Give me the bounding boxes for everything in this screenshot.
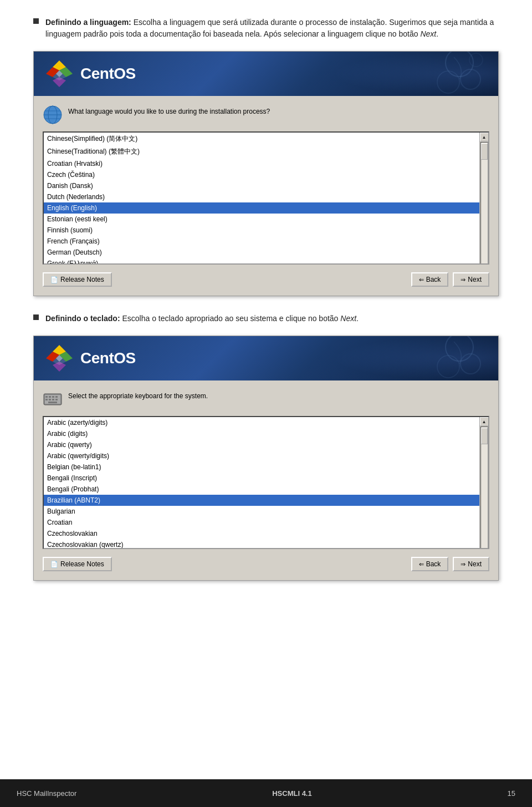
list-item[interactable]: Greek (Ελληνικά) bbox=[44, 258, 479, 265]
keyboard-list-scroll-area: Arabic (azerty/digits) Arabic (digits) A… bbox=[44, 417, 479, 549]
svg-rect-28 bbox=[52, 396, 54, 398]
back-icon-1: ⇐ bbox=[419, 276, 424, 283]
language-scrollbar[interactable]: ▲ ▼ bbox=[479, 133, 488, 265]
list-item[interactable]: Estonian (eesti keel) bbox=[44, 214, 479, 225]
banner-swirls-1 bbox=[376, 52, 487, 96]
language-list[interactable]: Chinese(Simplified) (简体中文) Chinese(Tradi… bbox=[44, 133, 479, 265]
language-bullet-label: Definindo a linguagem: bbox=[45, 18, 131, 27]
centos-wordmark-2: CentOS bbox=[80, 349, 136, 367]
scroll-track[interactable] bbox=[480, 142, 488, 265]
language-installer-footer: 📄 Release Notes ⇐ Back ⇒ Next bbox=[43, 272, 489, 287]
list-item[interactable]: Danish (Dansk) bbox=[44, 180, 479, 191]
next-icon-2: ⇒ bbox=[461, 561, 466, 568]
release-notes-icon-2: 📄 bbox=[50, 561, 58, 568]
page-footer: HSC MailInspector HSCMLI 4.1 15 bbox=[0, 779, 532, 807]
bullet-marker bbox=[33, 18, 39, 24]
nav-buttons-2: ⇐ Back ⇒ Next bbox=[411, 557, 489, 571]
svg-point-22 bbox=[461, 354, 480, 374]
list-item[interactable]: German (Deutsch) bbox=[44, 247, 479, 258]
centos-logo-1: CentOS bbox=[45, 59, 136, 88]
list-item[interactable]: Croatian (Hrvatski) bbox=[44, 158, 479, 169]
keyboard-bullet-text: Definindo o teclado: Escolha o teclado a… bbox=[45, 313, 359, 324]
scroll-track-2[interactable] bbox=[480, 427, 488, 549]
list-item[interactable]: Chinese(Simplified) (简体中文) bbox=[44, 133, 479, 145]
release-notes-button-2[interactable]: 📄 Release Notes bbox=[43, 557, 112, 571]
language-bullet-text: Definindo a linguagem: Escolha a linguag… bbox=[45, 17, 499, 40]
language-installer-window: CentOS bbox=[33, 51, 499, 296]
centos-banner-2: CentOS bbox=[34, 336, 498, 380]
back-icon-2: ⇐ bbox=[419, 561, 424, 568]
svg-rect-26 bbox=[45, 396, 48, 398]
svg-rect-33 bbox=[55, 399, 58, 400]
language-list-scroll-area: Chinese(Simplified) (简体中文) Chinese(Tradi… bbox=[44, 133, 479, 265]
language-prompt: What language would you like to use duri… bbox=[43, 105, 489, 125]
keyboard-question-text: Select the appropriate keyboard for the … bbox=[68, 389, 208, 401]
back-button-2[interactable]: ⇐ Back bbox=[411, 557, 449, 571]
svg-point-23 bbox=[437, 356, 459, 378]
list-item[interactable]: Czech (Čeština) bbox=[44, 169, 479, 180]
list-item[interactable]: Bulgarian bbox=[44, 506, 479, 517]
svg-rect-32 bbox=[52, 399, 54, 400]
language-question-text: What language would you like to use duri… bbox=[68, 105, 270, 116]
next-button-2[interactable]: ⇒ Next bbox=[453, 557, 489, 571]
scroll-up-button-2[interactable]: ▲ bbox=[480, 417, 489, 426]
next-button-1[interactable]: ⇒ Next bbox=[453, 272, 489, 287]
keyboard-list[interactable]: Arabic (azerty/digits) Arabic (digits) A… bbox=[44, 417, 479, 549]
language-installer-body: What language would you like to use duri… bbox=[34, 96, 498, 296]
keyboard-scrollbar[interactable]: ▲ ▼ bbox=[479, 417, 488, 549]
keyboard-icon bbox=[43, 389, 63, 409]
list-item[interactable]: Dutch (Nederlands) bbox=[44, 191, 479, 202]
list-item[interactable]: Bengali (Inscript) bbox=[44, 473, 479, 484]
list-item[interactable]: Belgian (be-latin1) bbox=[44, 461, 479, 473]
nav-buttons-1: ⇐ Back ⇒ Next bbox=[411, 272, 489, 287]
release-notes-button-1[interactable]: 📄 Release Notes bbox=[43, 272, 112, 287]
keyboard-bullet-label: Definindo o teclado: bbox=[45, 314, 120, 323]
list-item-selected[interactable]: Brazilian (ABNT2) bbox=[44, 495, 479, 506]
list-item[interactable]: Czechoslovakian bbox=[44, 528, 479, 539]
bullet-marker-2 bbox=[33, 314, 39, 320]
list-item[interactable]: Arabic (azerty/digits) bbox=[44, 417, 479, 428]
svg-point-9 bbox=[469, 53, 483, 67]
svg-point-7 bbox=[461, 69, 480, 89]
list-item[interactable]: Arabic (digits) bbox=[44, 428, 479, 439]
keyboard-installer-footer: 📄 Release Notes ⇐ Back ⇒ Next bbox=[43, 557, 489, 571]
keyboard-next-ref: Next bbox=[340, 314, 356, 323]
footer-version: HSCMLI 4.1 bbox=[272, 789, 312, 798]
list-item[interactable]: Croatian bbox=[44, 517, 479, 528]
list-item[interactable]: Chinese(Traditional) (繁體中文) bbox=[44, 145, 479, 158]
keyboard-installer-body: Select the appropriate keyboard for the … bbox=[34, 380, 498, 580]
list-item[interactable]: Czechoslovakian (qwertz) bbox=[44, 539, 479, 549]
keyboard-prompt: Select the appropriate keyboard for the … bbox=[43, 389, 489, 409]
list-item[interactable]: Bengali (Probhat) bbox=[44, 484, 479, 495]
svg-rect-31 bbox=[49, 399, 51, 400]
footer-product-name: HSC MailInspector bbox=[17, 789, 76, 798]
footer-page-number: 15 bbox=[508, 789, 515, 798]
list-item[interactable]: Arabic (qwerty) bbox=[44, 439, 479, 450]
globe-icon bbox=[43, 105, 63, 125]
keyboard-installer-window: CentOS bbox=[33, 336, 499, 581]
centos-banner-1: CentOS bbox=[34, 52, 498, 96]
list-item[interactable]: Finnish (suomi) bbox=[44, 225, 479, 236]
centos-logo-2: CentOS bbox=[45, 344, 136, 373]
language-section-bullet: Definindo a linguagem: Escolha a linguag… bbox=[33, 17, 499, 40]
list-item-selected[interactable]: English (English) bbox=[44, 202, 479, 214]
list-item[interactable]: Arabic (qwerty/digits) bbox=[44, 450, 479, 461]
svg-rect-34 bbox=[48, 402, 57, 403]
back-button-1[interactable]: ⇐ Back bbox=[411, 272, 449, 287]
centos-gem-icon-1 bbox=[45, 59, 74, 88]
scroll-thumb-2[interactable] bbox=[481, 428, 488, 444]
release-notes-icon: 📄 bbox=[50, 276, 58, 283]
language-list-container[interactable]: Chinese(Simplified) (简体中文) Chinese(Tradi… bbox=[43, 131, 489, 265]
next-icon-1: ⇒ bbox=[461, 276, 466, 283]
scroll-thumb[interactable] bbox=[481, 143, 488, 160]
language-next-ref: Next bbox=[420, 29, 436, 38]
svg-rect-29 bbox=[55, 396, 58, 398]
svg-rect-27 bbox=[49, 396, 51, 398]
centos-gem-icon-2 bbox=[45, 344, 74, 373]
list-item[interactable]: French (Français) bbox=[44, 236, 479, 247]
svg-rect-30 bbox=[45, 399, 48, 400]
centos-wordmark-1: CentOS bbox=[80, 65, 136, 83]
scroll-up-button[interactable]: ▲ bbox=[480, 133, 489, 141]
keyboard-section-bullet: Definindo o teclado: Escolha o teclado a… bbox=[33, 313, 499, 324]
keyboard-list-container[interactable]: Arabic (azerty/digits) Arabic (digits) A… bbox=[43, 416, 489, 549]
